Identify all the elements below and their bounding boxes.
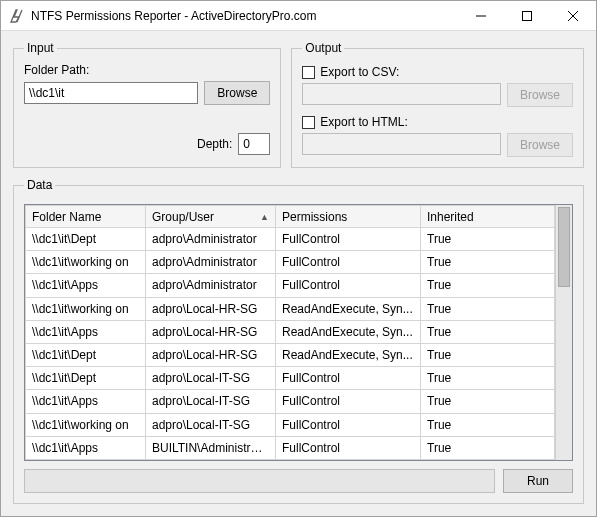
svg-rect-1 [523, 11, 532, 20]
html-path-input [302, 133, 501, 155]
html-browse-button: Browse [507, 133, 573, 157]
window-controls [458, 1, 596, 31]
folder-path-label: Folder Path: [24, 63, 270, 77]
table-row[interactable]: \\dc1\it\Deptadpro\AdministratorFullCont… [26, 228, 555, 251]
sort-asc-icon: ▲ [260, 212, 269, 222]
cell-inh: True [421, 228, 555, 251]
cell-perm: ReadAndExecute, Syn... [276, 297, 421, 320]
cell-perm: FullControl [276, 367, 421, 390]
cell-inh: True [421, 367, 555, 390]
cell-perm: FullControl [276, 274, 421, 297]
folder-path-input[interactable] [24, 82, 198, 104]
table-row[interactable]: \\dc1\it\working onadpro\Local-HR-SGRead… [26, 297, 555, 320]
cell-group: adpro\Local-HR-SG [146, 343, 276, 366]
minimize-button[interactable] [458, 1, 504, 31]
table-row[interactable]: \\dc1\it\AppsBUILTIN\AdministratorsFullC… [26, 436, 555, 459]
data-legend: Data [24, 178, 55, 192]
table-row[interactable]: \\dc1\it\working onadpro\Local-IT-SGFull… [26, 413, 555, 436]
titlebar[interactable]: NTFS Permissions Reporter - ActiveDirect… [1, 1, 596, 31]
input-group: Input Folder Path: Browse Depth: [13, 41, 281, 168]
cell-group: adpro\Local-HR-SG [146, 320, 276, 343]
cell-perm: ReadAndExecute, Syn... [276, 343, 421, 366]
cell-perm: FullControl [276, 390, 421, 413]
cell-group: adpro\Local-IT-SG [146, 367, 276, 390]
table-row[interactable]: \\dc1\it\working onadpro\AdministratorFu… [26, 251, 555, 274]
export-html-label: Export to HTML: [320, 115, 407, 129]
cell-folder: \\dc1\it\working on [26, 297, 146, 320]
data-grid[interactable]: Folder Name Group/User▲ Permissions Inhe… [25, 205, 555, 460]
cell-group: adpro\Local-HR-SG [146, 297, 276, 320]
cell-group: BUILTIN\Administrators [146, 436, 276, 459]
depth-input[interactable] [238, 133, 270, 155]
cell-folder: \\dc1\it\Dept [26, 228, 146, 251]
scrollbar-thumb[interactable] [558, 207, 570, 287]
data-grid-container: Folder Name Group/User▲ Permissions Inhe… [24, 204, 573, 461]
csv-browse-button: Browse [507, 83, 573, 107]
export-csv-checkbox[interactable] [302, 66, 315, 79]
cell-perm: FullControl [276, 228, 421, 251]
cell-perm: FullControl [276, 436, 421, 459]
cell-folder: \\dc1\it\working on [26, 251, 146, 274]
cell-group: adpro\Administrator [146, 251, 276, 274]
cell-group: adpro\Local-IT-SG [146, 413, 276, 436]
table-row[interactable]: \\dc1\it\Appsadpro\AdministratorFullCont… [26, 274, 555, 297]
col-inherited[interactable]: Inherited [421, 206, 555, 228]
cell-group: adpro\Administrator [146, 274, 276, 297]
cell-perm: FullControl [276, 413, 421, 436]
cell-folder: \\dc1\it\Dept [26, 343, 146, 366]
cell-folder: \\dc1\it\Dept [26, 367, 146, 390]
output-group: Output Export to CSV: Browse Export to H… [291, 41, 584, 168]
output-legend: Output [302, 41, 344, 55]
export-html-checkbox[interactable] [302, 116, 315, 129]
cell-perm: FullControl [276, 251, 421, 274]
cell-folder: \\dc1\it\Apps [26, 320, 146, 343]
data-group: Data Folder Name Group/User▲ Permissions… [13, 178, 584, 504]
cell-inh: True [421, 251, 555, 274]
cell-group: adpro\Local-IT-SG [146, 390, 276, 413]
depth-label: Depth: [197, 137, 232, 151]
cell-folder: \\dc1\it\Apps [26, 274, 146, 297]
browse-button[interactable]: Browse [204, 81, 270, 105]
table-row[interactable]: \\dc1\it\Appsadpro\Local-IT-SGFullContro… [26, 390, 555, 413]
cell-inh: True [421, 343, 555, 366]
col-permissions[interactable]: Permissions [276, 206, 421, 228]
content-area: Input Folder Path: Browse Depth: Output … [1, 31, 596, 516]
table-row[interactable]: \\dc1\it\Deptadpro\Local-HR-SGReadAndExe… [26, 343, 555, 366]
cell-inh: True [421, 274, 555, 297]
table-row[interactable]: \\dc1\it\Appsadpro\Local-HR-SGReadAndExe… [26, 320, 555, 343]
run-button[interactable]: Run [503, 469, 573, 493]
cell-folder: \\dc1\it\working on [26, 413, 146, 436]
export-csv-label: Export to CSV: [320, 65, 399, 79]
status-bar [24, 469, 495, 493]
col-folder[interactable]: Folder Name [26, 206, 146, 228]
cell-inh: True [421, 297, 555, 320]
input-legend: Input [24, 41, 57, 55]
window-title: NTFS Permissions Reporter - ActiveDirect… [31, 9, 458, 23]
table-row[interactable]: \\dc1\it\Deptadpro\Local-IT-SGFullContro… [26, 367, 555, 390]
csv-path-input [302, 83, 501, 105]
cell-folder: \\dc1\it\Apps [26, 390, 146, 413]
cell-inh: True [421, 413, 555, 436]
maximize-button[interactable] [504, 1, 550, 31]
app-icon [9, 8, 25, 24]
col-group-user[interactable]: Group/User▲ [146, 206, 276, 228]
cell-inh: True [421, 390, 555, 413]
close-button[interactable] [550, 1, 596, 31]
cell-inh: True [421, 320, 555, 343]
cell-inh: True [421, 436, 555, 459]
cell-group: adpro\Administrator [146, 228, 276, 251]
cell-folder: \\dc1\it\Apps [26, 436, 146, 459]
cell-perm: ReadAndExecute, Syn... [276, 320, 421, 343]
app-window: NTFS Permissions Reporter - ActiveDirect… [0, 0, 597, 517]
vertical-scrollbar[interactable] [555, 205, 572, 460]
